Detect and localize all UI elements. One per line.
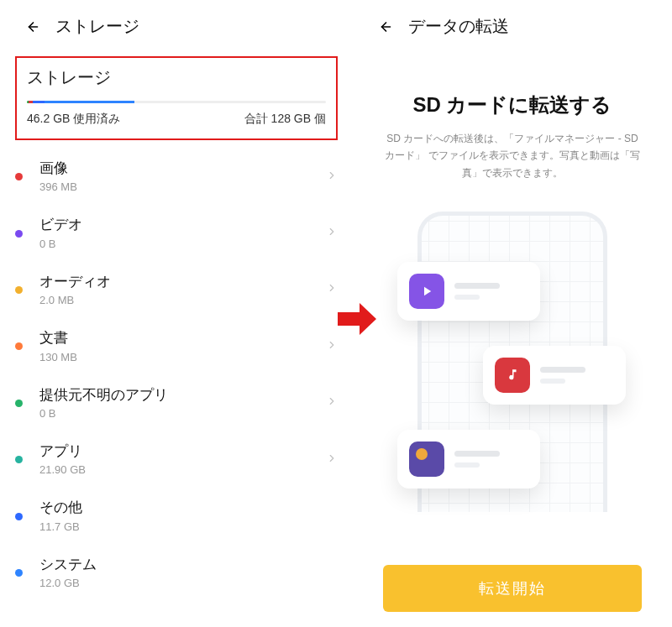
color-dot — [15, 230, 23, 238]
color-dot — [15, 342, 23, 350]
transfer-description: SD カードへの転送後は、「ファイルマネージャー - SD カード」 でファイル… — [361, 130, 663, 181]
storage-item: その他11.7 GB — [15, 488, 338, 544]
photo-icon — [409, 442, 444, 477]
color-dot — [15, 173, 23, 180]
storage-item-size: 11.7 GB — [39, 520, 326, 533]
color-dot — [15, 569, 23, 577]
transition-arrow-icon — [336, 298, 378, 343]
storage-item-size: 2.0 MB — [39, 294, 326, 306]
storage-item-label: ビデオ — [39, 217, 326, 233]
color-dot — [15, 456, 23, 463]
chevron-right-icon — [326, 452, 338, 468]
start-transfer-button[interactable]: 転送開始 — [383, 565, 642, 612]
left-header: ストレージ — [0, 0, 353, 53]
storage-item[interactable]: 文書130 MB — [15, 318, 338, 374]
right-header: データの転送 — [353, 0, 672, 53]
storage-item-label: その他 — [39, 499, 326, 516]
storage-list: 画像396 MBビデオ0 Bオーディオ2.0 MB文書130 MB提供元不明のア… — [0, 149, 353, 601]
chevron-right-icon — [326, 282, 338, 297]
storage-item[interactable]: 提供元不明のアプリ0 B — [15, 375, 338, 431]
storage-item-size: 12.0 GB — [39, 577, 326, 589]
color-dot — [15, 513, 23, 520]
color-dot — [15, 400, 23, 407]
storage-item-label: 文書 — [39, 330, 326, 347]
storage-item-label: アプリ — [39, 443, 326, 460]
storage-item-label: 画像 — [39, 160, 326, 177]
storage-item[interactable]: アプリ21.90 GB — [15, 431, 338, 488]
illus-card-photo — [397, 430, 540, 489]
storage-item[interactable]: 画像396 MB — [15, 149, 338, 205]
right-header-title: データの転送 — [408, 15, 509, 38]
storage-item-label: オーディオ — [39, 274, 326, 290]
storage-section-title: ストレージ — [27, 66, 326, 89]
chevron-right-icon — [326, 170, 338, 185]
left-header-title: ストレージ — [55, 15, 139, 38]
storage-summary-box: ストレージ 46.2 GB 使用済み 合計 128 GB 個 — [15, 56, 338, 140]
storage-item-size: 0 B — [39, 238, 326, 250]
back-icon[interactable] — [375, 18, 393, 36]
back-icon[interactable] — [22, 18, 40, 36]
storage-item-size: 130 MB — [39, 351, 326, 363]
illus-card-video — [397, 262, 540, 321]
transfer-illustration — [391, 212, 634, 512]
storage-item-label: 提供元不明のアプリ — [39, 387, 326, 404]
chevron-right-icon — [326, 226, 338, 241]
play-icon — [409, 274, 444, 309]
chevron-right-icon — [326, 395, 338, 410]
svg-marker-2 — [424, 287, 431, 296]
transfer-title: SD カードに転送する — [412, 91, 612, 118]
total-text: 合計 128 GB 個 — [244, 112, 326, 127]
color-dot — [15, 286, 23, 294]
storage-item-size: 0 B — [39, 407, 326, 420]
storage-item-size: 396 MB — [39, 180, 326, 193]
storage-bar — [27, 101, 326, 103]
used-text: 46.2 GB 使用済み — [27, 112, 120, 127]
storage-item-size: 21.90 GB — [39, 463, 326, 476]
storage-item: システム12.0 GB — [15, 545, 338, 601]
music-icon — [495, 358, 530, 393]
storage-item[interactable]: ビデオ0 B — [15, 205, 338, 261]
storage-item-label: システム — [39, 556, 326, 573]
illus-card-music — [483, 346, 626, 405]
storage-item[interactable]: オーディオ2.0 MB — [15, 262, 338, 318]
